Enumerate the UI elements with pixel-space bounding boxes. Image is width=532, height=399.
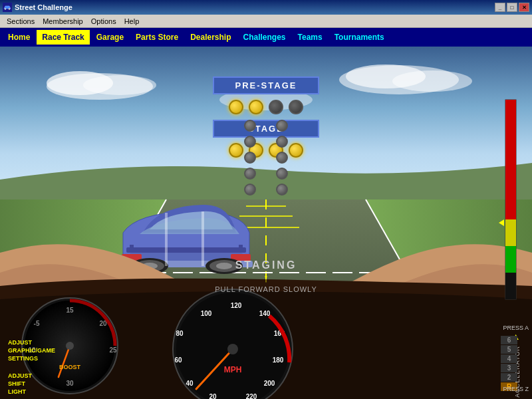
svg-text:LIGHT: LIGHT [8,388,26,395]
stage-light-4 [289,143,303,158]
svg-text:40: 40 [186,380,194,387]
nav-home[interactable]: Home [3,30,35,45]
svg-text:SETTINGS: SETTINGS [8,355,38,362]
game-area: 15 20 25 -5 10 30 BOOST 100 120 140 160 … [0,47,532,399]
svg-point-9 [392,70,472,92]
tree-row-4 [244,168,288,180]
svg-rect-69 [505,246,516,273]
svg-text:GRAPHIC/GAME: GRAPHIC/GAME [8,347,55,354]
pre-stage-light-1 [229,100,243,114]
gear-4: 4 [501,354,517,363]
nav-garage[interactable]: Garage [91,30,129,45]
maximize-button[interactable]: □ [507,3,517,12]
tree-row-5 [244,184,288,196]
stage-light-1 [229,143,243,158]
svg-text:BOOST: BOOST [59,364,81,370]
app-icon [3,3,12,12]
svg-rect-70 [505,273,516,299]
svg-point-1 [5,8,6,9]
nav-teams[interactable]: Teams [293,30,328,45]
gear-3: 3 [501,364,517,372]
staging-arrow: ↑ [215,271,317,285]
press-z-label: PRESS Z [503,386,529,392]
svg-rect-68 [505,219,516,246]
svg-text:MPH: MPH [224,365,242,374]
svg-text:80: 80 [176,330,184,337]
tree-row-1 [244,120,288,132]
menu-sections[interactable]: Sections [3,16,39,27]
nav-race-track[interactable]: Race Track [37,30,89,45]
menu-membership[interactable]: Membership [39,16,87,27]
svg-point-47 [66,342,74,350]
tree-light-3-2 [276,152,288,164]
nav-parts-store[interactable]: Parts Store [130,30,184,45]
staging-text-area: STAGING ↑ PULL FORWARD SLOWLY [215,259,317,293]
nav-dealership[interactable]: Dealership [185,30,236,45]
menu-options[interactable]: Options [87,16,120,27]
nav-tournaments[interactable]: Tournaments [329,30,390,45]
svg-text:120: 120 [231,302,242,309]
close-button[interactable]: ✕ [519,3,529,12]
staging-label: STAGING [215,259,317,271]
nav-challenges[interactable]: Challenges [237,30,291,45]
christmas-tree [244,120,288,196]
titlebar-left: Street Challenge [3,3,72,12]
tree-light-5-1 [244,184,256,196]
tree-light-2-1 [244,136,256,148]
svg-rect-24 [126,247,246,253]
gear-2: 2 [501,373,517,382]
svg-text:200: 200 [264,380,275,387]
tree-row-2 [244,136,288,148]
tree-light-4-1 [244,168,256,180]
svg-text:30: 30 [66,380,74,387]
tree-light-5-2 [276,184,288,196]
svg-text:25: 25 [109,346,117,354]
titlebar-controls[interactable]: _ □ ✕ [495,3,529,12]
pre-stage-light-4 [289,100,303,114]
tree-light-4-2 [276,168,288,180]
menu-help[interactable]: Help [120,16,144,27]
svg-text:60: 60 [174,356,182,364]
tree-light-1-1 [244,120,256,132]
svg-text:100: 100 [201,310,212,317]
tree-light-3-1 [244,152,256,164]
svg-point-6 [83,75,156,95]
tree-row-3 [244,152,288,164]
gear-display: 6 5 4 3 2 R [501,336,517,391]
svg-text:ADJUST: ADJUST [8,372,33,379]
pre-stage-lights [229,97,303,117]
titlebar: Street Challenge _ □ ✕ [0,0,532,15]
svg-point-2 [9,8,10,9]
svg-text:20: 20 [209,393,217,399]
pre-stage-label: PRE-STAGE [213,76,319,94]
staging-sublabel: PULL FORWARD SLOWLY [215,285,317,293]
svg-text:ADJUST: ADJUST [8,339,33,346]
svg-rect-26 [239,245,243,250]
svg-text:-5: -5 [34,320,40,327]
svg-point-63 [227,344,238,354]
minimize-button[interactable]: _ [495,3,505,12]
svg-text:140: 140 [259,310,271,317]
pre-stage-light-3 [269,100,283,114]
tree-light-1-2 [276,120,288,132]
svg-rect-25 [130,245,134,250]
tree-light-2-2 [276,136,288,148]
gear-6: 6 [501,336,517,344]
pre-stage-light-2 [249,100,263,114]
menubar: Sections Membership Options Help [0,15,532,28]
svg-text:220: 220 [246,393,257,399]
app-title: Street Challenge [15,3,72,11]
svg-text:SHIFT: SHIFT [8,380,26,387]
svg-rect-67 [505,100,516,219]
navbar: Home Race Track Garage Parts Store Deale… [0,28,532,47]
svg-text:15: 15 [66,307,74,314]
svg-text:180: 180 [273,356,284,364]
gear-5: 5 [501,345,517,354]
